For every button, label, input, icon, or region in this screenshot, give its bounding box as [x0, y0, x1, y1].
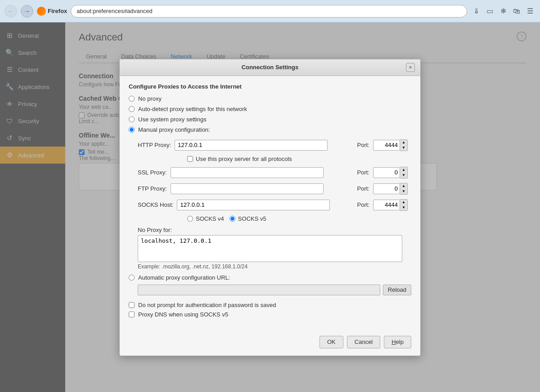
use-system-option[interactable]: Use system proxy settings	[129, 116, 411, 123]
dont-prompt-auth-row[interactable]: Do not prompt for authentication if pass…	[129, 302, 411, 308]
auto-proxy-option[interactable]: Automatic proxy configuration URL:	[129, 274, 230, 281]
socks-host-label: SOCKS Host:	[138, 201, 173, 208]
connection-settings-dialog: Connection Settings × Configure Proxies …	[119, 59, 421, 356]
ftp-port-up[interactable]: ▲	[400, 183, 407, 189]
help-button[interactable]: Help	[384, 336, 411, 348]
dialog-header: Connection Settings ×	[120, 59, 420, 76]
shopping-icon[interactable]: 🛍	[511, 6, 522, 17]
browser-chrome: ← → about:preferences#advanced Firefox a…	[0, 0, 540, 22]
socks-proxy-grid: SOCKS Host: Port: ▲ ▼	[138, 199, 411, 211]
dont-prompt-auth-checkbox[interactable]	[129, 302, 135, 308]
http-port-up[interactable]: ▲	[400, 140, 407, 145]
dialog-checkboxes: Do not prompt for authentication if pass…	[129, 302, 411, 318]
socks-v4-radio[interactable]	[187, 216, 193, 222]
menu-icon[interactable]: ☰	[525, 6, 536, 17]
socks-port-wrap: ▲ ▼	[373, 199, 408, 211]
socks-port-spinners: ▲ ▼	[400, 199, 408, 211]
auto-proxy-label: Automatic proxy configuration URL:	[138, 274, 230, 281]
no-proxy-label: No proxy	[138, 95, 162, 102]
socks-port-label: Port:	[357, 201, 369, 208]
dialog-overlay: Connection Settings × Configure Proxies …	[0, 22, 540, 392]
socks-version-row: SOCKS v4 SOCKS v5	[187, 215, 411, 222]
socks-v5-option[interactable]: SOCKS v5	[230, 215, 266, 222]
socks-host-input[interactable]	[177, 200, 330, 210]
no-proxy-for-label: No Proxy for:	[138, 227, 411, 233]
ok-button[interactable]: OK	[320, 336, 343, 348]
help-btn-rest: elp	[396, 339, 404, 345]
socks-v4-label: SOCKS v4	[196, 215, 224, 222]
socks-v5-radio[interactable]	[230, 216, 235, 222]
socks-v5-label: SOCKS v5	[238, 215, 266, 222]
auto-proxy-radio[interactable]	[129, 275, 135, 281]
download-icon[interactable]: ⇓	[471, 6, 482, 17]
firefox-icon	[37, 7, 46, 16]
ssl-port-input[interactable]	[373, 167, 400, 178]
auto-proxy-row: Automatic proxy configuration URL:	[129, 274, 411, 281]
socks-port-input[interactable]	[373, 200, 400, 210]
ssl-port-down[interactable]: ▼	[400, 173, 407, 178]
ssl-proxy-label: SSL Proxy:	[138, 169, 167, 176]
dialog-title: Connection Settings	[134, 64, 406, 71]
http-port-label: Port:	[357, 142, 369, 148]
proxy-radio-group: No proxy Auto-detect proxy settings for …	[129, 95, 411, 133]
example-text: Example: .mozilla.org, .net.nz, 192.168.…	[138, 263, 411, 270]
no-proxy-textarea[interactable]: localhost, 127.0.0.1	[138, 235, 402, 262]
ftp-proxy-grid: FTP Proxy: Port: ▲ ▼	[138, 183, 411, 195]
ssl-port-wrap: ▲ ▼	[373, 167, 408, 178]
dialog-close-button[interactable]: ×	[406, 63, 415, 72]
proxy-section-title: Configure Proxies to Access the Internet	[129, 83, 411, 90]
socks-v4-option[interactable]: SOCKS v4	[187, 215, 224, 222]
http-port-wrap: ▲ ▼	[373, 139, 408, 151]
ftp-port-down[interactable]: ▼	[400, 189, 407, 194]
manual-label: Manual proxy configuration:	[138, 126, 210, 133]
http-port-spinners: ▲ ▼	[400, 139, 408, 151]
dialog-footer: OK Cancel Help	[120, 331, 420, 356]
forward-button[interactable]: →	[21, 5, 33, 18]
http-proxy-input[interactable]	[175, 140, 328, 151]
cancel-button[interactable]: Cancel	[347, 336, 380, 348]
socks-port-down[interactable]: ▼	[400, 205, 407, 210]
no-proxy-radio[interactable]	[129, 96, 135, 102]
ssl-proxy-input[interactable]	[171, 167, 324, 178]
proxy-dns-checkbox[interactable]	[129, 312, 135, 317]
no-proxy-option[interactable]: No proxy	[129, 95, 411, 102]
ssl-port-label: Port:	[357, 169, 369, 176]
http-port-input[interactable]	[373, 140, 400, 151]
use-system-radio[interactable]	[129, 116, 135, 122]
ssl-proxy-grid: SSL Proxy: Port: ▲ ▼	[138, 167, 411, 178]
socks-port-up[interactable]: ▲	[400, 200, 407, 205]
http-port-down[interactable]: ▼	[400, 145, 407, 151]
ftp-proxy-input[interactable]	[171, 183, 324, 194]
manual-radio[interactable]	[129, 127, 135, 133]
firefox-logo: about:preferences#advanced Firefox	[37, 7, 67, 16]
ssl-port-spinners: ▲ ▼	[400, 167, 408, 178]
auto-detect-option[interactable]: Auto-detect proxy settings for this netw…	[129, 106, 411, 112]
use-proxy-all-row: Use this proxy server for all protocols	[187, 156, 411, 162]
proxy-dns-label: Proxy DNS when using SOCKS v5	[138, 311, 228, 318]
ftp-proxy-label: FTP Proxy:	[138, 185, 167, 192]
http-proxy-label: HTTP Proxy:	[138, 142, 171, 148]
url-text: about:preferences#advanced	[76, 8, 152, 14]
auto-proxy-url-input[interactable]	[138, 285, 380, 295]
auto-detect-radio[interactable]	[129, 106, 135, 112]
ssl-port-up[interactable]: ▲	[400, 167, 407, 173]
manual-option[interactable]: Manual proxy configuration:	[129, 126, 411, 133]
ftp-port-label: Port:	[357, 185, 369, 192]
dont-prompt-auth-label: Do not prompt for authentication if pass…	[138, 302, 276, 308]
containers-icon[interactable]: ▭	[484, 6, 495, 17]
ftp-port-spinners: ▲ ▼	[400, 183, 408, 195]
ftp-port-wrap: ▲ ▼	[373, 183, 408, 195]
reload-button[interactable]: Reload	[383, 285, 411, 295]
auto-detect-label: Auto-detect proxy settings for this netw…	[138, 106, 247, 112]
toolbar-icons: ⇓ ▭ ❄ 🛍 ☰	[471, 6, 536, 17]
proxy-fields-grid: HTTP Proxy: Port: ▲ ▼	[138, 139, 411, 151]
proxy-dns-row[interactable]: Proxy DNS when using SOCKS v5	[129, 311, 411, 318]
dialog-body: Configure Proxies to Access the Internet…	[120, 76, 420, 331]
use-proxy-all-label: Use this proxy server for all protocols	[196, 156, 292, 162]
ftp-port-input[interactable]	[373, 183, 400, 194]
use-proxy-all-checkbox[interactable]	[187, 156, 193, 162]
url-bar[interactable]: about:preferences#advanced	[71, 5, 467, 18]
help-underline: H	[392, 339, 396, 345]
back-button[interactable]: ←	[4, 5, 17, 18]
pocket-icon[interactable]: ❄	[498, 6, 508, 17]
